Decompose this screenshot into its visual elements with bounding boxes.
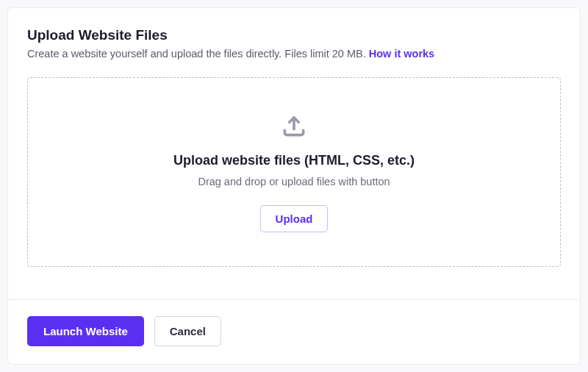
card-footer: Launch Website Cancel (8, 299, 580, 364)
card-body: Upload Website Files Create a website yo… (8, 8, 580, 299)
file-dropzone[interactable]: Upload website files (HTML, CSS, etc.) D… (27, 77, 561, 267)
subtitle-text: Create a website yourself and upload the… (27, 48, 369, 60)
dropzone-hint: Drag and drop or upload files with butto… (198, 176, 390, 187)
dropzone-title: Upload website files (HTML, CSS, etc.) (173, 153, 415, 168)
upload-card: Upload Website Files Create a website yo… (7, 7, 581, 365)
upload-button[interactable]: Upload (260, 205, 329, 232)
card-title: Upload Website Files (27, 27, 561, 43)
upload-icon (280, 112, 308, 143)
launch-website-button[interactable]: Launch Website (27, 316, 144, 346)
how-it-works-link[interactable]: How it works (369, 48, 434, 60)
cancel-button[interactable]: Cancel (154, 316, 221, 346)
card-subtitle: Create a website yourself and upload the… (27, 48, 561, 60)
